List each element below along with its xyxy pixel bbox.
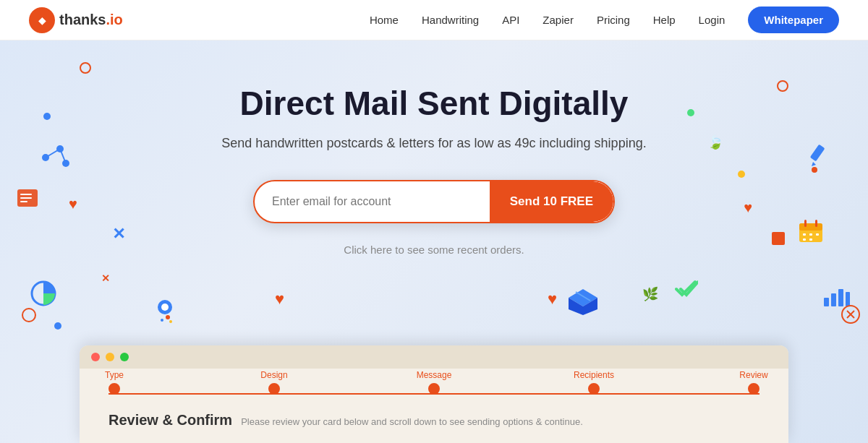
deco-dot-yellow [738, 171, 745, 178]
review-section: Review & Confirm Please review your card… [109, 412, 760, 429]
nav-links: Home Handwriting API Zapier Pricing Help… [370, 7, 839, 33]
svg-rect-19 [803, 238, 806, 241]
svg-point-30 [842, 306, 859, 323]
dot-yellow [106, 353, 114, 361]
svg-line-32 [847, 311, 854, 318]
svg-line-31 [847, 311, 854, 318]
logo-icon [29, 7, 55, 33]
deco-leaf-top-right: 🍃 [707, 134, 723, 150]
svg-rect-16 [803, 233, 806, 236]
svg-point-28 [161, 319, 163, 322]
card-titlebar [80, 345, 788, 369]
svg-rect-8 [20, 201, 27, 202]
step-design: Design [268, 383, 280, 395]
nav-home[interactable]: Home [370, 14, 399, 26]
deco-pie-chart [29, 279, 58, 311]
deco-heart-bottom: ♥ [275, 290, 284, 309]
steps-indicator: Type Design Message Recipients Review [109, 383, 760, 395]
send-free-button[interactable]: Send 10 FREE [490, 181, 613, 222]
svg-rect-5 [17, 189, 38, 207]
svg-rect-14 [804, 220, 807, 227]
deco-clipboard-icon [14, 185, 41, 214]
nav-zapier[interactable]: Zapier [542, 14, 574, 26]
deco-location-icon [152, 297, 178, 329]
review-title: Review & Confirm [109, 412, 232, 429]
hero-section: ♥ ✕ ✕ [0, 40, 868, 443]
card-body: Type Design Message Recipients Review [80, 369, 788, 443]
deco-x-small: ✕ [101, 272, 110, 285]
deco-graph-icon [40, 142, 72, 176]
svg-rect-7 [20, 197, 32, 199]
svg-rect-21 [824, 298, 829, 306]
svg-rect-6 [20, 194, 32, 195]
deco-circle-top-left [80, 62, 91, 74]
deco-x-blue: ✕ [112, 225, 125, 244]
deco-orange-square [772, 232, 785, 245]
email-input[interactable] [255, 195, 490, 208]
deco-dot-blue-1 [43, 113, 51, 120]
svg-point-26 [161, 304, 169, 311]
nav-help[interactable]: Help [653, 14, 676, 26]
svg-rect-13 [799, 223, 822, 231]
svg-rect-12 [799, 223, 822, 242]
deco-circle-top-right [777, 80, 788, 92]
nav-api[interactable]: API [502, 14, 519, 26]
svg-point-2 [62, 160, 69, 167]
deco-heart-right: ♥ [744, 199, 752, 216]
navbar: thanks.io Home Handwriting API Zapier Pr… [0, 0, 868, 40]
svg-point-25 [158, 300, 172, 314]
svg-rect-22 [831, 293, 836, 306]
step-type: Type [109, 383, 120, 395]
deco-pencil-icon [806, 142, 832, 171]
svg-rect-20 [809, 238, 812, 241]
svg-rect-15 [815, 220, 817, 227]
logo-text: thanks.io [59, 12, 123, 28]
svg-point-29 [169, 320, 172, 323]
svg-line-4 [60, 149, 66, 163]
logo[interactable]: thanks.io [29, 7, 123, 33]
deco-dot-green [687, 109, 694, 116]
dot-red [91, 353, 100, 361]
deco-barchart-icon [824, 286, 850, 309]
nav-handwriting[interactable]: Handwriting [422, 14, 479, 26]
svg-rect-10 [810, 145, 825, 162]
deco-heart-left: ♥ [69, 196, 77, 212]
deco-dot-red [812, 167, 817, 173]
svg-rect-17 [809, 233, 812, 236]
deco-leaf-bottom-right: 🌿 [642, 286, 658, 302]
deco-circle-x-icon [841, 304, 861, 327]
step-recipients: Recipients [588, 383, 600, 395]
preview-card: Type Design Message Recipients Review [80, 345, 788, 443]
deco-heart-center: ♥ [548, 290, 557, 309]
deco-box-icon [566, 286, 600, 318]
step-review: Review [748, 383, 760, 395]
svg-point-27 [166, 315, 170, 319]
hero-subtitle: Send handwritten postcards & letters for… [221, 136, 646, 151]
svg-point-1 [56, 145, 64, 152]
step-message: Message [428, 383, 440, 395]
review-desc: Please review your card below and scroll… [241, 416, 583, 427]
deco-dot-blue-bottom [54, 322, 61, 330]
deco-calendar-icon [797, 218, 825, 248]
dot-green [120, 353, 129, 361]
deco-circle-bottom [22, 308, 36, 322]
svg-rect-18 [816, 233, 819, 236]
svg-point-0 [42, 154, 49, 161]
svg-rect-24 [846, 292, 850, 306]
hero-title: Direct Mail Sent Digitally [240, 84, 629, 123]
svg-rect-23 [838, 289, 843, 306]
recent-orders-link[interactable]: Click here to see some recent orders. [344, 244, 524, 256]
deco-check-icon [675, 279, 698, 302]
nav-pricing[interactable]: Pricing [597, 14, 630, 26]
whitepaper-button[interactable]: Whitepaper [748, 7, 839, 33]
svg-line-3 [46, 149, 60, 158]
svg-point-9 [32, 282, 55, 305]
svg-marker-11 [812, 162, 816, 166]
nav-login[interactable]: Login [699, 14, 726, 26]
email-form: Send 10 FREE [253, 180, 615, 223]
